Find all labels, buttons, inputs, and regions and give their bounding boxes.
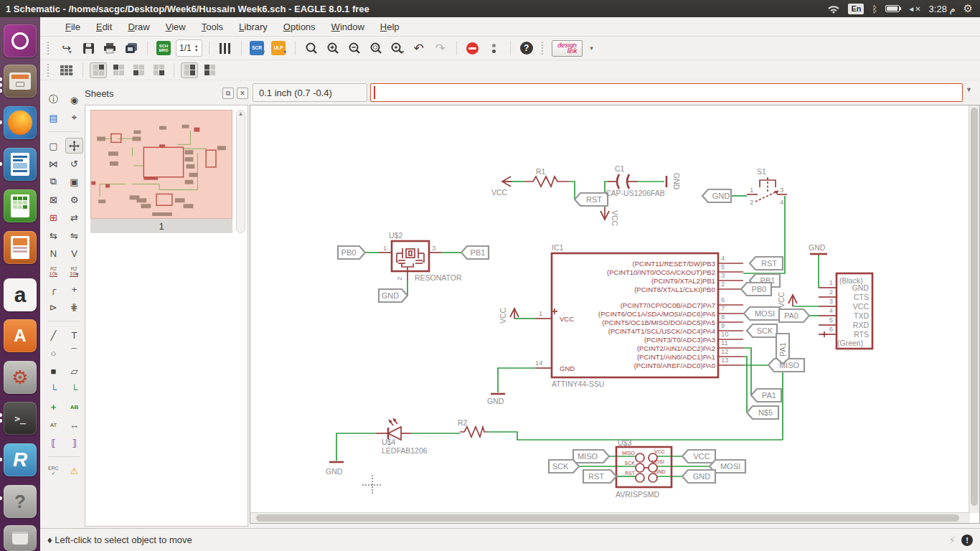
redo-button[interactable]: ↷: [431, 39, 450, 57]
change-tool-button[interactable]: ⚙: [65, 192, 83, 207]
window-layout-1-button[interactable]: [90, 62, 107, 78]
cam-processor-button[interactable]: [122, 39, 141, 57]
net-label-gnd[interactable]: GND: [379, 289, 407, 302]
copy-tool-button[interactable]: ⧉: [44, 174, 62, 189]
net-label-gnd[interactable]: GND: [682, 470, 715, 483]
gnd-symbol[interactable]: GND: [666, 173, 681, 190]
menu-view[interactable]: View: [159, 19, 192, 35]
print-button[interactable]: [100, 39, 119, 57]
sheet-1-label[interactable]: 1: [90, 219, 232, 233]
net-label-pb0[interactable]: PB0: [338, 246, 365, 259]
arc-tool-button[interactable]: ⌒: [65, 345, 83, 361]
notification-icon[interactable]: !: [961, 534, 973, 546]
ic1-attiny44[interactable]: IC1 ATTINY44-SSU 1 14 VCC GND: [535, 243, 743, 388]
show-tool-button[interactable]: ◉: [65, 92, 83, 108]
toolbar-grip[interactable]: [47, 42, 52, 55]
net-label-rst[interactable]: RST: [575, 193, 608, 206]
run-ulp-button[interactable]: ULP ▾: [270, 39, 288, 57]
dimension-tool-button[interactable]: ↔: [65, 417, 83, 433]
net-label-pa0[interactable]: PA0: [779, 309, 809, 322]
resonator-u2[interactable]: U$2 RESONATOR 1 3 2: [380, 231, 462, 282]
net-label-rst[interactable]: RST: [583, 470, 616, 483]
net-label-vcc[interactable]: VCC: [682, 450, 715, 463]
help-button[interactable]: ?: [517, 39, 536, 57]
menu-help[interactable]: Help: [374, 19, 406, 35]
run-script-button[interactable]: SCR ▾: [248, 39, 267, 57]
gnd-symbol[interactable]: GND: [326, 462, 344, 476]
gnd-symbol[interactable]: GND: [487, 394, 505, 405]
resistor-r1[interactable]: R1: [524, 167, 569, 187]
schematic-canvas[interactable]: R1 VCC RST C1 CAP-US1206FAB: [250, 105, 969, 513]
menu-draw[interactable]: Draw: [121, 19, 156, 35]
split-wire-tool-button[interactable]: ⋕: [65, 299, 83, 315]
menu-file[interactable]: File: [59, 19, 87, 35]
command-input[interactable]: [377, 85, 951, 100]
vcc-symbol[interactable]: VCC: [600, 207, 619, 227]
launcher-help[interactable]: ?: [4, 485, 37, 518]
zoom-in-button[interactable]: [324, 39, 342, 57]
launcher-writer[interactable]: [4, 148, 37, 181]
polygon-tool-button[interactable]: ▱: [65, 363, 83, 379]
group-tool-button[interactable]: ▢: [44, 138, 62, 154]
bolt-icon[interactable]: ⚡: [948, 534, 956, 546]
net-label-pa1-vertical[interactable]: PA1: [776, 334, 789, 364]
sheets-scrollbar[interactable]: ▲: [236, 110, 245, 233]
module-port-tool-button[interactable]: ⟦: [44, 435, 62, 451]
clock[interactable]: م 3:28: [929, 4, 956, 14]
net-label-sck[interactable]: SCK: [549, 460, 579, 473]
invoke-tool-button[interactable]: ⊳: [44, 299, 62, 315]
smash-tool-button[interactable]: R210k: [44, 263, 62, 279]
session-gear-icon[interactable]: ⚙: [963, 2, 973, 15]
launcher-dash[interactable]: [4, 24, 37, 57]
launcher-impress[interactable]: [4, 231, 37, 264]
bluetooth-icon[interactable]: ᛒ: [872, 4, 877, 14]
window-layout-2-button[interactable]: [110, 62, 127, 78]
sheets-close-button[interactable]: ✕: [237, 88, 248, 99]
net-label-rst[interactable]: RST: [750, 257, 783, 270]
name-tool-button[interactable]: N: [44, 245, 62, 261]
sheet-spinner[interactable]: 1/1 ▲▼: [176, 39, 202, 57]
erc-tool-button[interactable]: ERC✓: [44, 463, 62, 479]
mark-tool-button[interactable]: ⌖: [65, 110, 83, 126]
toolbar-grip[interactable]: [47, 64, 52, 77]
save-button[interactable]: [79, 39, 98, 57]
vcc-symbol[interactable]: VCC: [499, 307, 519, 324]
launcher-software[interactable]: A: [4, 319, 37, 352]
sheets-float-button[interactable]: ⧉: [222, 88, 234, 99]
bus-tool-button[interactable]: └: [44, 381, 62, 397]
menu-options[interactable]: Options: [277, 19, 322, 35]
launcher-settings[interactable]: ⚙: [4, 361, 37, 394]
erc-errors-tool-button[interactable]: ⚠: [65, 463, 83, 479]
circle-tool-button[interactable]: ○: [44, 345, 62, 361]
unsmash-tool-button[interactable]: R210k ▾: [65, 263, 83, 279]
design-link-dropdown[interactable]: ▾: [590, 44, 593, 52]
rect-tool-button[interactable]: ■: [44, 363, 62, 379]
display-layers-tool-button[interactable]: ▤: [44, 110, 62, 126]
attribute-tool-button[interactable]: AT: [44, 417, 62, 433]
vcc-symbol[interactable]: VCC: [777, 291, 797, 308]
paste-tool-button[interactable]: ▣: [65, 174, 83, 189]
launcher-firefox[interactable]: [4, 106, 37, 139]
launcher-trash[interactable]: [4, 525, 37, 551]
sheet-1-thumbnail[interactable]: [90, 110, 232, 219]
menu-tools[interactable]: Tools: [195, 19, 230, 35]
traffic-status-button[interactable]: [485, 39, 504, 57]
menu-window[interactable]: Window: [325, 19, 371, 35]
window-layout-6-button[interactable]: [201, 62, 218, 78]
replace-tool-button[interactable]: ⇋: [65, 227, 83, 243]
net-label-pb0[interactable]: PB0: [741, 283, 771, 296]
launcher-amazon[interactable]: a: [4, 278, 37, 311]
command-dropdown-arrow[interactable]: ▼: [966, 86, 972, 93]
gateswap-tool-button[interactable]: ⇆: [44, 227, 62, 243]
miter-tool-button[interactable]: ╭: [44, 281, 62, 297]
port-tool-button[interactable]: ⟧: [65, 435, 83, 451]
grid-button[interactable]: ▾: [57, 62, 76, 79]
launcher-calc[interactable]: [4, 189, 37, 222]
add-part-tool-button[interactable]: ⊞: [44, 209, 62, 225]
net-label-sck[interactable]: SCK: [747, 324, 777, 337]
menu-library[interactable]: Library: [232, 19, 274, 35]
label-tool-button[interactable]: AB: [65, 399, 83, 415]
canvas-vertical-scrollbar[interactable]: [969, 105, 979, 513]
menu-edit[interactable]: Edit: [90, 19, 118, 35]
sch-brd-toggle-button[interactable]: SCH BRD: [154, 39, 173, 57]
